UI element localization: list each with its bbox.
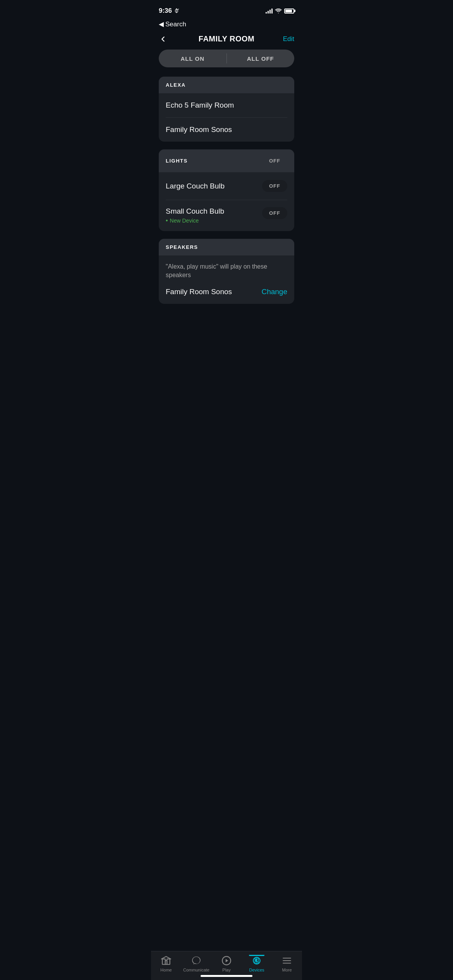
signal-bar-3 xyxy=(269,10,271,14)
content-area: ALL ON ALL OFF ALEXA Echo 5 Family Room … xyxy=(151,50,302,350)
large-couch-bulb-name: Large Couch Bulb xyxy=(166,182,225,190)
alexa-section-body: Echo 5 Family Room Family Room Sonos xyxy=(159,93,294,142)
toggle-bar-container: ALL ON ALL OFF xyxy=(151,50,302,77)
lights-group-toggle[interactable]: OFF xyxy=(262,155,287,167)
battery-fill xyxy=(285,10,292,12)
toggle-bar: ALL ON ALL OFF xyxy=(159,50,294,67)
small-couch-bulb-name: Small Couch Bulb xyxy=(166,207,224,216)
alexa-section: ALEXA Echo 5 Family Room Family Room Son… xyxy=(159,77,294,142)
echo5-device-name: Echo 5 Family Room xyxy=(166,101,234,110)
all-off-button[interactable]: ALL OFF xyxy=(227,50,295,67)
speakers-section-body: "Alexa, play music" will play on these s… xyxy=(159,255,294,304)
new-device-label: New Device xyxy=(170,218,199,224)
speakers-device-name: Family Room Sonos xyxy=(166,288,232,296)
large-couch-bulb-toggle[interactable]: OFF xyxy=(262,180,287,192)
time-display: 9:36 xyxy=(159,7,172,15)
signal-bar-2 xyxy=(268,11,269,14)
status-icons xyxy=(266,8,294,14)
speakers-section-title: SPEAKERS xyxy=(166,244,287,250)
lights-section: LIGHTS OFF Large Couch Bulb OFF Small Co… xyxy=(159,149,294,231)
back-nav-text[interactable]: ◀ Search xyxy=(159,20,186,28)
speakers-device-row: Family Room Sonos Change xyxy=(159,282,294,304)
speakers-section-header: SPEAKERS xyxy=(159,239,294,255)
status-time: 9:36 xyxy=(159,7,179,15)
location-icon xyxy=(174,8,179,14)
large-couch-bulb-row[interactable]: Large Couch Bulb OFF xyxy=(159,172,294,200)
new-device-badge: New Device xyxy=(166,217,224,224)
edit-button[interactable]: Edit xyxy=(280,35,294,43)
status-bar: 9:36 xyxy=(151,0,302,19)
back-nav[interactable]: ◀ Search xyxy=(151,19,302,31)
alexa-device-row-2[interactable]: Family Room Sonos xyxy=(159,118,294,142)
signal-bar-1 xyxy=(266,12,267,14)
wifi-icon xyxy=(275,8,282,14)
lights-section-title: LIGHTS xyxy=(166,158,188,164)
chevron-left-icon xyxy=(159,35,167,43)
all-on-button[interactable]: ALL ON xyxy=(159,50,226,67)
page-header: FAMILY ROOM Edit xyxy=(151,31,302,50)
lights-section-header: LIGHTS OFF xyxy=(159,149,294,172)
lights-section-body: Large Couch Bulb OFF Small Couch Bulb Ne… xyxy=(159,172,294,231)
sonos-device-name: Family Room Sonos xyxy=(166,125,232,134)
speakers-section: SPEAKERS "Alexa, play music" will play o… xyxy=(159,239,294,304)
alexa-section-header: ALEXA xyxy=(159,77,294,93)
alexa-section-title: ALEXA xyxy=(166,82,287,88)
back-nav-arrow: ◀ xyxy=(159,20,164,28)
small-couch-bulb-info: Small Couch Bulb New Device xyxy=(166,207,224,224)
signal-bars xyxy=(266,8,273,14)
change-speaker-button[interactable]: Change xyxy=(261,288,287,296)
small-couch-bulb-toggle[interactable]: OFF xyxy=(262,207,287,219)
small-couch-bulb-row[interactable]: Small Couch Bulb New Device OFF xyxy=(159,200,294,231)
back-nav-label: Search xyxy=(165,21,186,28)
battery-icon xyxy=(284,9,294,14)
signal-bar-4 xyxy=(271,9,273,14)
page-title: FAMILY ROOM xyxy=(199,34,254,43)
alexa-device-row-1[interactable]: Echo 5 Family Room xyxy=(159,93,294,117)
back-button[interactable] xyxy=(159,35,173,43)
speakers-info-text: "Alexa, play music" will play on these s… xyxy=(159,255,294,282)
